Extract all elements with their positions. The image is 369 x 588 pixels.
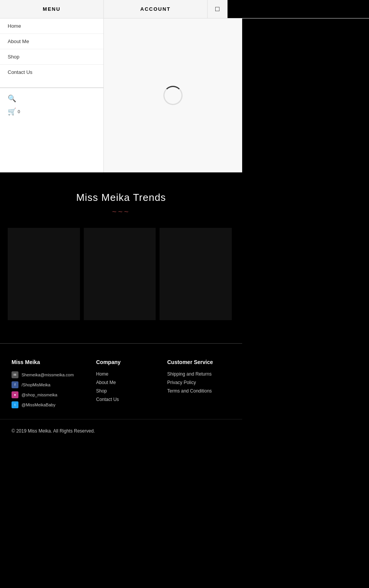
- loading-spinner: [163, 86, 183, 105]
- cart-icon-area[interactable]: □: [208, 0, 228, 18]
- cart-count: 0: [18, 109, 20, 114]
- footer-copyright: © 2019 Miss Meika. All Rights Reserved.: [12, 428, 95, 434]
- menu-button[interactable]: MENU: [0, 0, 104, 18]
- account-button[interactable]: ACCOUNT: [104, 0, 208, 18]
- footer-email-row[interactable]: ✉ Shemeika@missmeika.com: [12, 371, 88, 378]
- brand-title: Miss Meika Trends: [8, 192, 234, 204]
- product-item[interactable]: [160, 228, 232, 320]
- nav-contact[interactable]: Contact Us: [0, 65, 103, 80]
- brand-section: Miss Meika Trends ~~~: [0, 172, 242, 220]
- footer-brand-name: Miss Meika: [12, 359, 88, 365]
- cart-icon: □: [215, 5, 219, 13]
- footer-twitter-row[interactable]: t @MissMeikaBaby: [12, 401, 88, 408]
- cart-button[interactable]: 🛒 0: [8, 107, 96, 116]
- wave-divider: ~~~: [8, 207, 234, 216]
- shopping-cart-icon: 🛒: [8, 107, 16, 116]
- footer-company-col: Company Home About Me Shop Contact Us: [96, 359, 160, 411]
- footer-customer-title: Customer Service: [167, 359, 231, 365]
- footer-instagram-row[interactable]: ● @shop_missmeika: [12, 391, 88, 398]
- nav-shop[interactable]: Shop: [0, 49, 103, 65]
- footer-instagram: @shop_missmeika: [22, 393, 57, 397]
- product-item[interactable]: [8, 228, 80, 320]
- footer-terms-link[interactable]: Terms and Conditions: [167, 388, 231, 394]
- footer-bottom: © 2019 Miss Meika. All Rights Reserved.: [0, 419, 242, 442]
- nav-about[interactable]: About Me: [0, 34, 103, 49]
- footer-facebook: /ShopMisMeika: [22, 383, 50, 387]
- main-nav: Home About Me Shop Contact Us: [0, 18, 103, 80]
- product-item[interactable]: [84, 228, 156, 320]
- search-icon[interactable]: 🔍: [8, 94, 96, 103]
- footer-company-shop[interactable]: Shop: [96, 388, 160, 394]
- products-grid: [0, 220, 242, 343]
- footer-company-title: Company: [96, 359, 160, 365]
- footer-brand-col: Miss Meika ✉ Shemeika@missmeika.com f /S…: [12, 359, 88, 411]
- instagram-icon: ●: [12, 391, 18, 398]
- footer-facebook-row[interactable]: f /ShopMisMeika: [12, 381, 88, 388]
- footer-twitter: @MissMeikaBaby: [22, 403, 55, 407]
- footer: Miss Meika ✉ Shemeika@missmeika.com f /S…: [0, 344, 242, 419]
- footer-customer-col: Customer Service Shipping and Returns Pr…: [167, 359, 231, 411]
- footer-email: Shemeika@missmeika.com: [22, 373, 74, 377]
- footer-shipping-link[interactable]: Shipping and Returns: [167, 371, 231, 377]
- footer-company-about[interactable]: About Me: [96, 380, 160, 385]
- nav-home[interactable]: Home: [0, 18, 103, 34]
- footer-company-contact[interactable]: Contact Us: [96, 397, 160, 402]
- email-icon: ✉: [12, 371, 18, 378]
- facebook-icon: f: [12, 381, 18, 388]
- footer-privacy-link[interactable]: Privacy Policy: [167, 380, 231, 385]
- twitter-icon: t: [12, 401, 18, 408]
- footer-company-home[interactable]: Home: [96, 371, 160, 377]
